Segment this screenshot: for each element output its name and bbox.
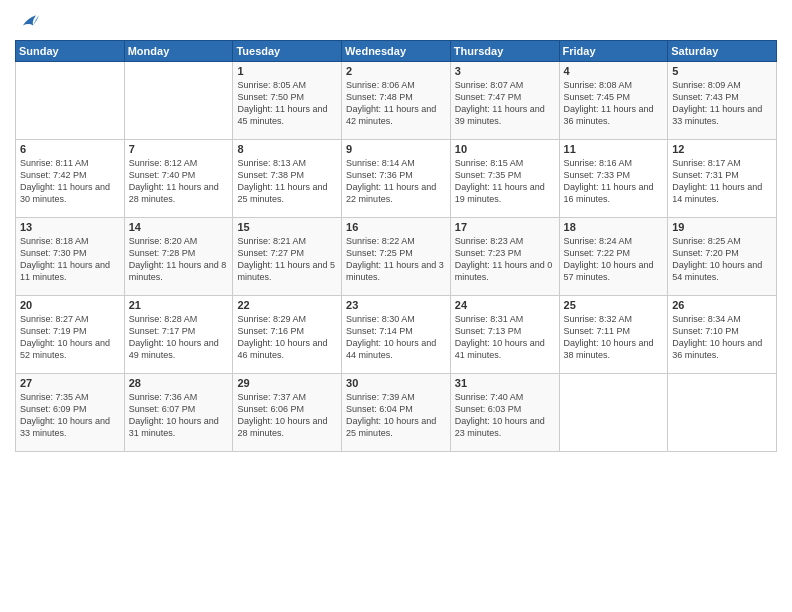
week-row-3: 13Sunrise: 8:18 AMSunset: 7:30 PMDayligh… — [16, 218, 777, 296]
week-row-5: 27Sunrise: 7:35 AMSunset: 6:09 PMDayligh… — [16, 374, 777, 452]
day-number: 7 — [129, 143, 229, 155]
day-number: 29 — [237, 377, 337, 389]
weekday-header-row: SundayMondayTuesdayWednesdayThursdayFrid… — [16, 41, 777, 62]
logo — [15, 10, 39, 32]
calendar-cell: 26Sunrise: 8:34 AMSunset: 7:10 PMDayligh… — [668, 296, 777, 374]
calendar-cell: 29Sunrise: 7:37 AMSunset: 6:06 PMDayligh… — [233, 374, 342, 452]
day-info: Sunrise: 8:24 AMSunset: 7:22 PMDaylight:… — [564, 235, 664, 284]
day-number: 25 — [564, 299, 664, 311]
calendar-cell: 15Sunrise: 8:21 AMSunset: 7:27 PMDayligh… — [233, 218, 342, 296]
calendar-cell: 3Sunrise: 8:07 AMSunset: 7:47 PMDaylight… — [450, 62, 559, 140]
calendar-cell: 22Sunrise: 8:29 AMSunset: 7:16 PMDayligh… — [233, 296, 342, 374]
logo-bird-icon — [17, 10, 39, 32]
day-info: Sunrise: 8:08 AMSunset: 7:45 PMDaylight:… — [564, 79, 664, 128]
day-info: Sunrise: 8:07 AMSunset: 7:47 PMDaylight:… — [455, 79, 555, 128]
week-row-1: 1Sunrise: 8:05 AMSunset: 7:50 PMDaylight… — [16, 62, 777, 140]
day-info: Sunrise: 8:34 AMSunset: 7:10 PMDaylight:… — [672, 313, 772, 362]
calendar-cell: 5Sunrise: 8:09 AMSunset: 7:43 PMDaylight… — [668, 62, 777, 140]
day-info: Sunrise: 8:06 AMSunset: 7:48 PMDaylight:… — [346, 79, 446, 128]
day-number: 12 — [672, 143, 772, 155]
day-info: Sunrise: 8:17 AMSunset: 7:31 PMDaylight:… — [672, 157, 772, 206]
day-number: 20 — [20, 299, 120, 311]
day-number: 24 — [455, 299, 555, 311]
calendar-cell: 31Sunrise: 7:40 AMSunset: 6:03 PMDayligh… — [450, 374, 559, 452]
calendar-cell — [124, 62, 233, 140]
day-number: 14 — [129, 221, 229, 233]
day-info: Sunrise: 8:14 AMSunset: 7:36 PMDaylight:… — [346, 157, 446, 206]
calendar-cell: 7Sunrise: 8:12 AMSunset: 7:40 PMDaylight… — [124, 140, 233, 218]
calendar-cell: 11Sunrise: 8:16 AMSunset: 7:33 PMDayligh… — [559, 140, 668, 218]
day-number: 19 — [672, 221, 772, 233]
day-info: Sunrise: 8:30 AMSunset: 7:14 PMDaylight:… — [346, 313, 446, 362]
page: SundayMondayTuesdayWednesdayThursdayFrid… — [0, 0, 792, 612]
day-info: Sunrise: 8:21 AMSunset: 7:27 PMDaylight:… — [237, 235, 337, 284]
day-number: 6 — [20, 143, 120, 155]
day-info: Sunrise: 8:20 AMSunset: 7:28 PMDaylight:… — [129, 235, 229, 284]
day-number: 17 — [455, 221, 555, 233]
calendar-cell: 18Sunrise: 8:24 AMSunset: 7:22 PMDayligh… — [559, 218, 668, 296]
day-number: 10 — [455, 143, 555, 155]
day-number: 28 — [129, 377, 229, 389]
week-row-2: 6Sunrise: 8:11 AMSunset: 7:42 PMDaylight… — [16, 140, 777, 218]
weekday-header-thursday: Thursday — [450, 41, 559, 62]
calendar-cell: 16Sunrise: 8:22 AMSunset: 7:25 PMDayligh… — [342, 218, 451, 296]
calendar-cell — [559, 374, 668, 452]
calendar-cell: 30Sunrise: 7:39 AMSunset: 6:04 PMDayligh… — [342, 374, 451, 452]
day-number: 27 — [20, 377, 120, 389]
calendar: SundayMondayTuesdayWednesdayThursdayFrid… — [15, 40, 777, 452]
header — [15, 10, 777, 32]
weekday-header-wednesday: Wednesday — [342, 41, 451, 62]
day-number: 18 — [564, 221, 664, 233]
day-number: 1 — [237, 65, 337, 77]
calendar-cell: 24Sunrise: 8:31 AMSunset: 7:13 PMDayligh… — [450, 296, 559, 374]
calendar-cell: 9Sunrise: 8:14 AMSunset: 7:36 PMDaylight… — [342, 140, 451, 218]
weekday-header-friday: Friday — [559, 41, 668, 62]
calendar-cell: 19Sunrise: 8:25 AMSunset: 7:20 PMDayligh… — [668, 218, 777, 296]
day-info: Sunrise: 8:11 AMSunset: 7:42 PMDaylight:… — [20, 157, 120, 206]
day-info: Sunrise: 8:05 AMSunset: 7:50 PMDaylight:… — [237, 79, 337, 128]
day-number: 4 — [564, 65, 664, 77]
day-info: Sunrise: 7:39 AMSunset: 6:04 PMDaylight:… — [346, 391, 446, 440]
week-row-4: 20Sunrise: 8:27 AMSunset: 7:19 PMDayligh… — [16, 296, 777, 374]
weekday-header-monday: Monday — [124, 41, 233, 62]
day-info: Sunrise: 8:23 AMSunset: 7:23 PMDaylight:… — [455, 235, 555, 284]
day-info: Sunrise: 8:15 AMSunset: 7:35 PMDaylight:… — [455, 157, 555, 206]
day-info: Sunrise: 8:18 AMSunset: 7:30 PMDaylight:… — [20, 235, 120, 284]
day-number: 5 — [672, 65, 772, 77]
calendar-cell: 21Sunrise: 8:28 AMSunset: 7:17 PMDayligh… — [124, 296, 233, 374]
day-info: Sunrise: 7:36 AMSunset: 6:07 PMDaylight:… — [129, 391, 229, 440]
day-number: 30 — [346, 377, 446, 389]
day-info: Sunrise: 8:27 AMSunset: 7:19 PMDaylight:… — [20, 313, 120, 362]
calendar-cell — [16, 62, 125, 140]
calendar-cell: 13Sunrise: 8:18 AMSunset: 7:30 PMDayligh… — [16, 218, 125, 296]
day-info: Sunrise: 8:22 AMSunset: 7:25 PMDaylight:… — [346, 235, 446, 284]
day-number: 22 — [237, 299, 337, 311]
day-info: Sunrise: 8:13 AMSunset: 7:38 PMDaylight:… — [237, 157, 337, 206]
day-info: Sunrise: 8:32 AMSunset: 7:11 PMDaylight:… — [564, 313, 664, 362]
day-number: 11 — [564, 143, 664, 155]
day-number: 8 — [237, 143, 337, 155]
calendar-cell: 25Sunrise: 8:32 AMSunset: 7:11 PMDayligh… — [559, 296, 668, 374]
day-info: Sunrise: 8:12 AMSunset: 7:40 PMDaylight:… — [129, 157, 229, 206]
calendar-cell: 1Sunrise: 8:05 AMSunset: 7:50 PMDaylight… — [233, 62, 342, 140]
day-number: 9 — [346, 143, 446, 155]
calendar-cell: 20Sunrise: 8:27 AMSunset: 7:19 PMDayligh… — [16, 296, 125, 374]
calendar-cell: 4Sunrise: 8:08 AMSunset: 7:45 PMDaylight… — [559, 62, 668, 140]
day-number: 16 — [346, 221, 446, 233]
day-info: Sunrise: 8:16 AMSunset: 7:33 PMDaylight:… — [564, 157, 664, 206]
calendar-cell: 23Sunrise: 8:30 AMSunset: 7:14 PMDayligh… — [342, 296, 451, 374]
day-info: Sunrise: 8:31 AMSunset: 7:13 PMDaylight:… — [455, 313, 555, 362]
day-info: Sunrise: 8:25 AMSunset: 7:20 PMDaylight:… — [672, 235, 772, 284]
calendar-cell: 10Sunrise: 8:15 AMSunset: 7:35 PMDayligh… — [450, 140, 559, 218]
calendar-cell: 17Sunrise: 8:23 AMSunset: 7:23 PMDayligh… — [450, 218, 559, 296]
day-number: 21 — [129, 299, 229, 311]
weekday-header-tuesday: Tuesday — [233, 41, 342, 62]
day-info: Sunrise: 7:40 AMSunset: 6:03 PMDaylight:… — [455, 391, 555, 440]
day-number: 31 — [455, 377, 555, 389]
day-info: Sunrise: 7:37 AMSunset: 6:06 PMDaylight:… — [237, 391, 337, 440]
day-number: 13 — [20, 221, 120, 233]
weekday-header-sunday: Sunday — [16, 41, 125, 62]
day-number: 15 — [237, 221, 337, 233]
calendar-cell: 12Sunrise: 8:17 AMSunset: 7:31 PMDayligh… — [668, 140, 777, 218]
day-number: 26 — [672, 299, 772, 311]
